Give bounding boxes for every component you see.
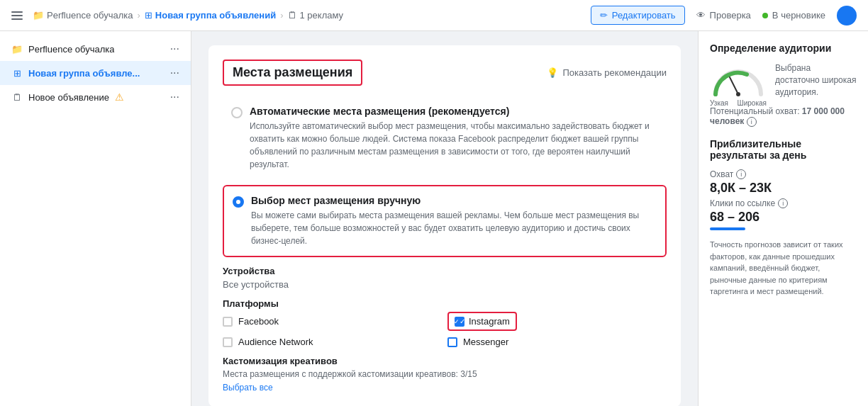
platform-audience-network[interactable]: Audience Network xyxy=(223,337,442,347)
auto-placement-option[interactable]: Автоматические места размещения (рекомен… xyxy=(223,97,667,179)
lightbulb-icon: 💡 xyxy=(547,67,558,78)
platforms-grid: Facebook ✓ Instagram Audience N xyxy=(223,312,667,347)
sidebar-more-icon-adset[interactable]: ··· xyxy=(170,67,179,79)
main-panel: Места размещения 💡 Показать рекомендации… xyxy=(191,31,698,406)
breadcrumb-sep-2: › xyxy=(280,10,283,21)
grid-icon: ⊞ xyxy=(145,10,152,21)
folder-icon: 📁 xyxy=(33,10,44,21)
audience-network-checkbox[interactable] xyxy=(223,337,233,347)
sidebar: 📁 Perfluence обучалка ··· ⊞ Новая группа… xyxy=(0,31,191,406)
pencil-icon: ✏ xyxy=(600,10,608,21)
platform-facebook[interactable]: Facebook xyxy=(223,312,442,331)
review-button[interactable]: 👁 Проверка xyxy=(696,10,751,21)
breadcrumb: 📁 Perfluence обучалка › ⊞ Новая группа о… xyxy=(11,9,343,22)
auto-option-content: Автоматические места размещения (рекомен… xyxy=(250,106,658,171)
facebook-checkbox[interactable] xyxy=(223,317,233,327)
instagram-checkbox[interactable]: ✓ xyxy=(455,317,464,327)
sidebar-item-adset[interactable]: ⊞ Новая группа объявле... ··· xyxy=(0,61,191,85)
sidebar-item-ad[interactable]: 🗒 Новое объявление ⚠ ··· xyxy=(0,85,191,109)
accuracy-note: Точность прогнозов зависит от таких факт… xyxy=(710,239,857,298)
clicks-metric-info-icon[interactable]: i xyxy=(778,198,788,208)
auto-radio-circle[interactable] xyxy=(231,107,243,118)
reach-value: 8,0К – 23К xyxy=(710,181,857,196)
section-title: Места размещения xyxy=(223,60,362,86)
reach-metric-info-icon[interactable]: i xyxy=(736,169,746,179)
show-recommendations-button[interactable]: 💡 Показать рекомендации xyxy=(547,67,667,78)
audience-gauge-info: Выбрана достаточно широкая аудитория. xyxy=(775,62,857,98)
sidebar-doc-icon: 🗒 xyxy=(11,91,23,103)
manual-radio-circle[interactable] xyxy=(233,196,244,208)
sidebar-grid-icon: ⊞ xyxy=(11,67,23,79)
results-section: Приблизительные результаты за день Охват… xyxy=(710,138,857,298)
status-badge: В черновике xyxy=(762,10,825,21)
messenger-checkbox[interactable] xyxy=(447,337,457,347)
audience-section: Определение аудитории xyxy=(710,43,857,127)
placements-card: Места размещения 💡 Показать рекомендации… xyxy=(208,45,681,406)
sidebar-more-icon-campaign[interactable]: ··· xyxy=(170,43,179,55)
sidebar-warning-icon: ⚠ xyxy=(115,91,124,103)
manual-placement-option[interactable]: Выбор мест размещения вручную Вы можете … xyxy=(223,185,667,257)
section-header: Места размещения 💡 Показать рекомендации xyxy=(223,60,667,86)
svg-point-1 xyxy=(736,92,740,96)
avatar[interactable] xyxy=(837,6,857,26)
reach-info-icon[interactable]: i xyxy=(747,117,757,127)
right-panel: Определение аудитории xyxy=(698,31,868,406)
reach-label: Охват i xyxy=(710,169,857,179)
status-dot-icon xyxy=(762,13,768,18)
gauge-container: Узкая Широкая Выбрана достаточно широкая… xyxy=(710,62,857,98)
instagram-box[interactable]: ✓ Instagram xyxy=(447,312,517,331)
clicks-value: 68 – 206 xyxy=(710,210,857,225)
doc-icon: 🗒 xyxy=(288,10,297,21)
clicks-label: Клики по ссылке i xyxy=(710,198,857,208)
audience-gauge: Узкая Широкая xyxy=(710,63,767,97)
sidebar-item-campaign[interactable]: 📁 Perfluence обучалка ··· xyxy=(0,37,191,61)
breadcrumb-campaign[interactable]: 📁 Perfluence обучалка xyxy=(33,10,133,21)
edit-button[interactable]: ✏ Редактировать xyxy=(591,6,685,25)
eye-icon: 👁 xyxy=(696,10,706,21)
breadcrumb-ad[interactable]: 🗒 1 рекламу xyxy=(288,10,344,21)
sidebar-folder-icon: 📁 xyxy=(11,43,23,55)
breadcrumb-sep-1: › xyxy=(137,10,140,21)
manual-option-content: Выбор мест размещения вручную Вы можете … xyxy=(251,195,657,247)
svg-line-0 xyxy=(730,77,738,94)
reach-info: Потенциальный охват: 17 000 000 человек … xyxy=(710,106,857,127)
sidebar-more-icon-ad[interactable]: ··· xyxy=(170,91,179,103)
platforms-title: Платформы xyxy=(223,298,667,309)
breadcrumb-adset[interactable]: ⊞ Новая группа объявлений xyxy=(145,10,276,21)
reach-metric: Охват i 8,0К – 23К xyxy=(710,169,857,196)
gauge-labels: Узкая Широкая xyxy=(710,99,767,107)
clicks-metric: Клики по ссылке i 68 – 206 xyxy=(710,198,857,230)
customization-section: Кастомизация креативов Места размещения … xyxy=(223,356,667,393)
platform-instagram[interactable]: ✓ Instagram xyxy=(447,312,667,331)
devices-title: Устройства xyxy=(223,266,667,276)
devices-value: Все устройства xyxy=(223,279,667,290)
top-nav: 📁 Perfluence обучалка › ⊞ Новая группа о… xyxy=(0,0,868,31)
clicks-bar xyxy=(710,227,745,230)
sidebar-toggle-icon[interactable] xyxy=(11,9,24,22)
top-nav-actions: ✏ Редактировать 👁 Проверка В черновике xyxy=(591,6,857,26)
platform-messenger[interactable]: Messenger xyxy=(447,337,667,347)
select-all-link[interactable]: Выбрать все xyxy=(223,383,273,393)
